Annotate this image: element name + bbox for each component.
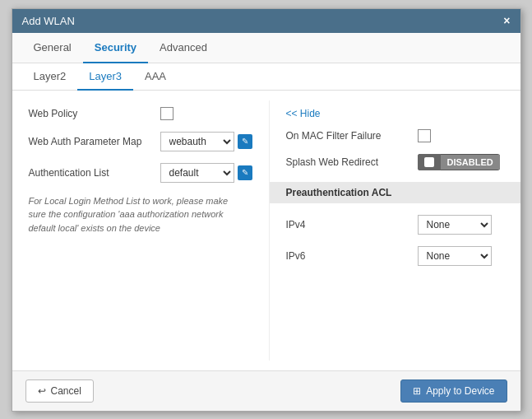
- modal-title: Add WLAN: [22, 15, 75, 27]
- ipv6-control: None: [418, 246, 492, 266]
- add-wlan-modal: Add WLAN × General Security Advanced Lay…: [12, 8, 521, 412]
- mac-filter-label: On MAC Filter Failure: [286, 130, 418, 142]
- toggle-off-label: DISABLED: [441, 155, 500, 170]
- ipv4-label: IPv4: [286, 219, 418, 230]
- splash-web-label: Splash Web Redirect: [286, 156, 418, 168]
- auth-list-control: default ✎: [160, 163, 252, 183]
- subtab-layer3[interactable]: Layer3: [77, 63, 133, 91]
- ipv4-control: None: [418, 215, 492, 235]
- preauthentication-header: Preauthentication ACL: [270, 182, 520, 203]
- tab-advanced[interactable]: Advanced: [148, 33, 219, 63]
- web-auth-param-row: Web Auth Parameter Map webauth ✎: [29, 132, 252, 151]
- top-tabs: General Security Advanced: [12, 33, 520, 63]
- cancel-button[interactable]: ↩ Cancel: [25, 379, 94, 403]
- ipv6-row: IPv6 None: [286, 246, 504, 266]
- ipv4-select[interactable]: None: [418, 215, 492, 235]
- web-policy-checkbox[interactable]: [160, 107, 173, 120]
- auth-list-row: Authentication List default ✎: [29, 163, 252, 183]
- web-auth-param-select[interactable]: webauth: [160, 132, 234, 151]
- auth-list-edit-icon[interactable]: ✎: [238, 165, 252, 180]
- subtab-layer2[interactable]: Layer2: [22, 63, 78, 91]
- ipv6-label: IPv6: [286, 250, 418, 262]
- tab-security[interactable]: Security: [83, 33, 148, 63]
- web-auth-edit-icon[interactable]: ✎: [238, 134, 252, 149]
- web-auth-param-label: Web Auth Parameter Map: [29, 136, 160, 147]
- right-panel: << Hide On MAC Filter Failure Splash Web…: [270, 100, 520, 361]
- hide-link[interactable]: << Hide: [286, 108, 321, 119]
- device-icon: ⊞: [413, 385, 421, 397]
- content-area: Web Policy Web Auth Parameter Map webaut…: [12, 91, 520, 370]
- modal-footer: ↩ Cancel ⊞ Apply to Device: [12, 370, 520, 411]
- ipv4-row: IPv4 None: [286, 215, 504, 235]
- auth-list-label: Authentication List: [29, 167, 160, 179]
- ipv6-select[interactable]: None: [418, 246, 492, 266]
- auth-list-select[interactable]: default: [160, 163, 234, 183]
- mac-filter-control: [418, 129, 431, 142]
- mac-filter-row: On MAC Filter Failure: [286, 129, 504, 142]
- splash-web-toggle[interactable]: DISABLED: [418, 154, 500, 170]
- web-auth-param-control: webauth ✎: [160, 132, 252, 151]
- sub-tabs: Layer2 Layer3 AAA: [12, 63, 520, 91]
- subtab-aaa[interactable]: AAA: [133, 63, 178, 91]
- splash-web-row: Splash Web Redirect DISABLED: [286, 154, 504, 170]
- modal-header: Add WLAN ×: [12, 9, 520, 33]
- splash-web-control: DISABLED: [418, 154, 500, 170]
- mac-filter-checkbox[interactable]: [418, 129, 431, 142]
- left-panel: Web Policy Web Auth Parameter Map webaut…: [12, 100, 270, 361]
- auth-note: For Local Login Method List to work, ple…: [29, 194, 243, 235]
- undo-icon: ↩: [38, 385, 46, 397]
- tab-general[interactable]: General: [22, 33, 83, 63]
- toggle-indicator: [418, 154, 441, 170]
- apply-button[interactable]: ⊞ Apply to Device: [400, 379, 507, 403]
- toggle-dot: [424, 157, 434, 167]
- web-policy-label: Web Policy: [29, 108, 160, 119]
- close-button[interactable]: ×: [503, 15, 510, 26]
- web-policy-row: Web Policy: [29, 107, 252, 120]
- web-policy-control: [160, 107, 173, 120]
